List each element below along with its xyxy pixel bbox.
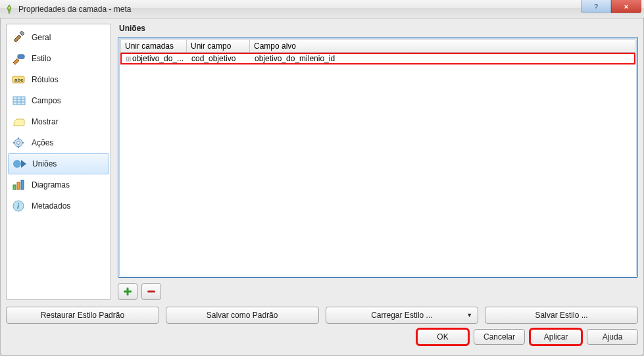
info-icon: i (11, 199, 28, 213)
display-icon (11, 114, 28, 129)
svg-rect-1 (18, 55, 24, 59)
window-title: Propriedades da camada - meta (18, 5, 131, 14)
close-window-button[interactable]: × (611, 0, 641, 13)
sidebar-item-unioes[interactable]: Uniões (8, 153, 109, 174)
gear-icon (11, 136, 28, 150)
sidebar-item-label: Ações (32, 138, 53, 147)
table-header: Unir camadas Unir campo Campo alvo (120, 39, 635, 53)
restore-default-style-button[interactable]: Restaurar Estilo Padrão (6, 307, 159, 324)
cancel-button[interactable]: Cancelar (474, 329, 525, 345)
svg-point-15 (13, 160, 21, 168)
joins-icon (11, 157, 28, 171)
sidebar-item-label: Uniões (32, 159, 57, 168)
joins-table[interactable]: Unir camadas Unir campo Campo alvo ⊞obje… (118, 37, 638, 278)
sidebar-item-label: Diagramas (32, 180, 70, 190)
tree-expander-icon[interactable]: ⊞ (126, 55, 131, 63)
diagrams-icon (11, 178, 28, 192)
sidebar-item-campos[interactable]: Campos (8, 90, 109, 111)
sidebar-item-metadados[interactable]: i Metadados (8, 195, 109, 216)
sidebar-item-rotulos[interactable]: abc Rótulos (8, 69, 109, 90)
cell-unir-camadas: objetivo_do_... (132, 54, 184, 63)
ok-button[interactable]: OK (417, 329, 468, 345)
remove-join-button[interactable] (141, 283, 161, 300)
chevron-down-icon: ▼ (466, 312, 472, 318)
help-window-button[interactable]: ? (581, 0, 611, 13)
load-style-button[interactable]: Carregar Estilo ...▼ (326, 307, 479, 324)
sidebar-item-estilo[interactable]: Estilo (8, 48, 109, 69)
save-as-default-button[interactable]: Salvar como Padrão (166, 307, 319, 324)
svg-rect-16 (13, 185, 16, 190)
svg-text:abc: abc (14, 77, 24, 83)
svg-rect-22 (124, 291, 132, 293)
svg-point-10 (17, 141, 20, 145)
col-unir-camadas[interactable]: Unir camadas (121, 40, 187, 52)
sidebar-item-geral[interactable]: Geral (8, 27, 109, 48)
panel-title: Uniões (119, 24, 638, 33)
svg-rect-4 (13, 97, 25, 105)
apply-button[interactable]: Aplicar (530, 329, 582, 345)
table-row[interactable]: ⊞objetivo_do_... cod_objetivo objetivo_d… (120, 53, 635, 64)
svg-rect-23 (147, 291, 155, 293)
sidebar-item-mostrar[interactable]: Mostrar (8, 111, 109, 132)
sidebar-item-label: Mostrar (32, 117, 59, 126)
svg-point-0 (9, 7, 11, 9)
add-join-button[interactable] (118, 283, 137, 300)
sidebar-item-label: Estilo (32, 54, 51, 63)
titlebar: Propriedades da camada - meta ? × (0, 0, 644, 18)
sidebar-item-label: Geral (32, 33, 51, 42)
sidebar-item-acoes[interactable]: Ações (8, 132, 109, 153)
sidebar-item-label: Rótulos (32, 75, 59, 84)
svg-rect-17 (17, 182, 20, 190)
sidebar-item-diagramas[interactable]: Diagramas (8, 174, 109, 195)
cell-campo-alvo: objetivo_do_milenio_id (251, 54, 634, 63)
col-campo-alvo[interactable]: Campo alvo (250, 40, 635, 52)
sidebar-item-label: Campos (32, 96, 61, 105)
col-unir-campo[interactable]: Unir campo (187, 40, 250, 52)
sidebar: Geral Estilo abc Rótulos Campos Mostrar … (6, 24, 111, 300)
save-style-button[interactable]: Salvar Estilo ... (485, 307, 638, 324)
app-icon (4, 4, 14, 14)
sidebar-item-label: Metadados (32, 201, 70, 211)
tools-icon (11, 30, 28, 45)
help-button[interactable]: Ajuda (587, 329, 638, 345)
brush-icon (11, 51, 28, 66)
svg-rect-18 (21, 180, 24, 190)
labels-icon: abc (11, 72, 28, 87)
cell-unir-campo: cod_objetivo (187, 54, 251, 63)
fields-icon (11, 93, 28, 108)
